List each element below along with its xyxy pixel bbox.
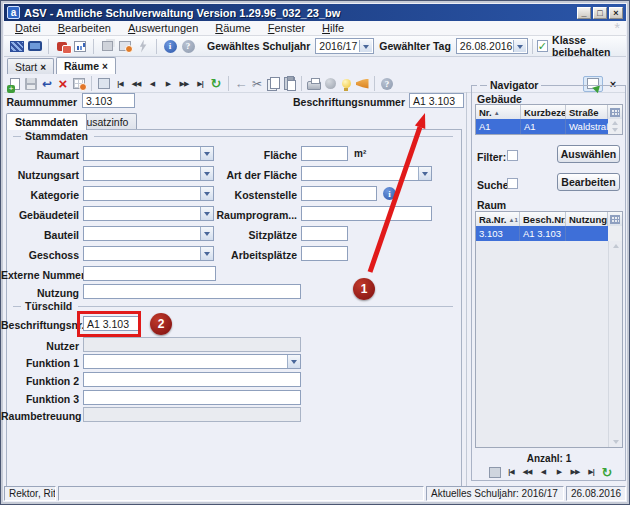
cut-icon[interactable]: ✂	[249, 76, 265, 91]
kostenstelle-field[interactable]	[301, 186, 377, 201]
chevron-down-icon[interactable]	[513, 40, 526, 52]
refresh-icon[interactable]: ↻	[208, 76, 224, 91]
arbeitsplaetze-field[interactable]	[301, 246, 348, 261]
table-scrollbar[interactable]	[608, 119, 622, 134]
menu-bearbeiten[interactable]: Bearbeiten	[53, 22, 116, 34]
nutzung-field[interactable]	[83, 284, 301, 299]
last-record-icon[interactable]: ▶|	[583, 465, 599, 480]
schuljahr-status: Aktuelles Schuljahr: 2016/17	[426, 486, 564, 501]
gebaeude-table-header[interactable]: Nr.▲ Kurzbezei... Straße	[476, 105, 622, 119]
paste-icon[interactable]	[281, 76, 297, 91]
menu-auswertungen[interactable]: Auswertungen	[123, 22, 203, 34]
maximize-button[interactable]: □	[593, 7, 607, 19]
menu-hilfe[interactable]: Hilfe	[317, 22, 349, 34]
externe-nummer-field[interactable]	[83, 266, 216, 281]
navigator-legend: Navigator	[477, 79, 541, 91]
bauteil-select[interactable]	[83, 226, 214, 241]
suche-checkbox[interactable]	[507, 178, 518, 189]
close-tab-icon[interactable]: ×	[102, 61, 108, 72]
sitzplaetze-field[interactable]	[301, 226, 348, 241]
timetable-icon[interactable]	[8, 38, 26, 54]
report-chart-icon[interactable]	[71, 38, 89, 54]
user-detail-cell	[58, 486, 424, 501]
raumprogramm-field[interactable]	[301, 206, 432, 221]
fast-rewind-icon[interactable]: ◀◀	[519, 465, 535, 480]
context-help-icon[interactable]: ?	[379, 76, 395, 91]
chevron-down-icon[interactable]	[287, 355, 300, 368]
chevron-down-icon[interactable]	[418, 167, 431, 180]
schuljahr-label: Gewähltes Schuljahr	[207, 40, 310, 52]
raum-row-selected[interactable]: 3.103 A1 3.103	[476, 226, 622, 241]
next-record-icon[interactable]: ▶	[160, 76, 176, 91]
filter-checkbox[interactable]	[507, 150, 518, 161]
chevron-down-icon[interactable]	[359, 40, 372, 52]
tab-start[interactable]: Start×	[7, 58, 54, 74]
auswaehlen-button[interactable]: Auswählen	[557, 145, 620, 163]
menu-fenster[interactable]: Fenster	[263, 22, 310, 34]
tag-select[interactable]: 26.08.2016	[456, 38, 528, 54]
nutzungsart-select[interactable]	[83, 166, 214, 181]
datum-status: 26.08.2016	[566, 486, 626, 501]
minimize-button[interactable]: _	[577, 7, 591, 19]
first-record-icon[interactable]: |◀	[503, 465, 519, 480]
first-record-icon[interactable]: |◀	[112, 76, 128, 91]
annotation-badge-2: 2	[150, 313, 172, 335]
funktion1-select[interactable]	[83, 354, 301, 369]
art-der-flaeche-select[interactable]	[301, 166, 432, 181]
raum-table-header[interactable]: Ra.Nr.▲1 Besch.Nr. Nutzungs...	[476, 212, 622, 226]
next-record-icon[interactable]: ▶	[551, 465, 567, 480]
info-icon[interactable]: i	[161, 38, 179, 54]
edit-table-icon[interactable]	[71, 76, 87, 91]
announce-icon[interactable]	[354, 76, 370, 91]
klasse-checkbox[interactable]: ✓	[537, 40, 548, 52]
fast-forward-icon[interactable]: ▶▶	[567, 465, 583, 480]
close-tab-icon[interactable]: ×	[40, 62, 46, 73]
menu-datei[interactable]: Datei	[10, 22, 46, 34]
gebaeudeteil-select[interactable]	[83, 206, 214, 221]
suche-label: Suche:	[477, 179, 509, 191]
funktion2-field[interactable]	[83, 372, 301, 387]
print-icon[interactable]	[306, 76, 322, 91]
raumbetreuung-field	[83, 407, 301, 422]
funktion2-label: Funktion 2	[1, 375, 79, 387]
copy-icon[interactable]	[265, 76, 281, 91]
tab-strip: Start× Räume×	[4, 58, 626, 74]
fast-rewind-icon[interactable]: ◀◀	[128, 76, 144, 91]
previous-record-icon[interactable]: ◀	[144, 76, 160, 91]
previous-record-icon[interactable]: ◀	[535, 465, 551, 480]
column-config-icon[interactable]	[608, 105, 622, 119]
subtab-stammdaten[interactable]: Stammdaten	[6, 113, 87, 130]
undo-icon[interactable]: ↩	[39, 76, 55, 91]
info-icon[interactable]: i	[383, 187, 396, 200]
messages-icon[interactable]	[53, 38, 71, 54]
bearbeiten-button[interactable]: Bearbeiten	[557, 173, 620, 191]
help-icon[interactable]: ?	[179, 38, 197, 54]
raumart-select[interactable]	[83, 146, 214, 161]
monitor-icon[interactable]	[26, 38, 44, 54]
window-title: ASV - Amtliche Schulverwaltung Version 1…	[24, 7, 575, 19]
beschriftungsnummer-field[interactable]: A1 3.103	[409, 93, 464, 108]
last-record-icon[interactable]: ▶|	[192, 76, 208, 91]
lightbulb-icon[interactable]	[338, 76, 354, 91]
tab-raeume[interactable]: Räume×	[56, 57, 116, 74]
menu-raeume[interactable]: Räume	[210, 22, 255, 34]
flaeche-field[interactable]	[301, 146, 348, 161]
new-record-icon[interactable]	[7, 76, 23, 91]
raumnummer-field[interactable]: 3.103	[82, 93, 135, 108]
gebaeude-row-selected[interactable]: A1 A1 Waldstraße	[476, 119, 622, 134]
back-arrow-icon[interactable]: ←	[233, 76, 249, 91]
raum-table-border	[475, 240, 623, 448]
geschoss-select[interactable]	[83, 246, 214, 261]
refresh-icon[interactable]: ↻	[599, 465, 615, 480]
kostenstelle-label: Kostenstelle	[211, 189, 297, 201]
anzahl-label: Anzahl: 1	[475, 453, 623, 464]
window-page-icon[interactable]	[96, 76, 112, 91]
delete-record-icon[interactable]: ×	[55, 76, 71, 91]
kategorie-select[interactable]	[83, 186, 214, 201]
close-button[interactable]: ×	[609, 7, 623, 19]
nutzer-label: Nutzer	[1, 340, 79, 352]
column-config-icon[interactable]	[608, 212, 622, 226]
funktion3-field[interactable]	[83, 390, 301, 405]
schuljahr-select[interactable]: 2016/17	[315, 38, 374, 54]
fast-forward-icon[interactable]: ▶▶	[176, 76, 192, 91]
